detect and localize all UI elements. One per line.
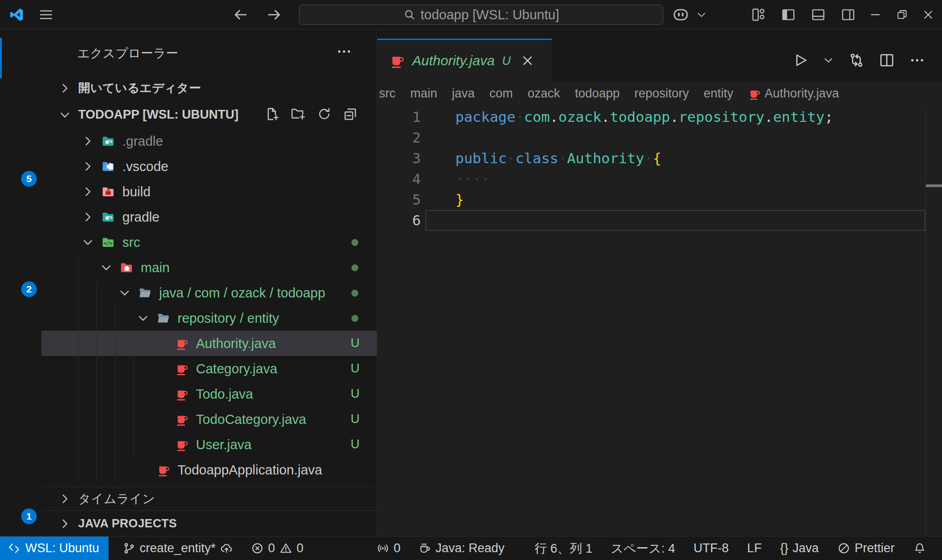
tree-item-main[interactable]: main [41, 255, 377, 280]
close-button[interactable] [922, 8, 935, 21]
project-root-row[interactable]: TODOAPP [WSL: UBUNTU] [41, 101, 377, 128]
status-java-status[interactable]: Java: Ready [414, 537, 508, 560]
tree-item-src[interactable]: </>src [41, 229, 377, 255]
activity-bar-item-run-debug[interactable] [0, 195, 41, 250]
git-modified-dot [351, 239, 358, 246]
menu-icon[interactable] [38, 6, 54, 23]
tab-authority-java[interactable]: Authority.java U [377, 39, 552, 81]
status-eol[interactable]: LF [743, 537, 765, 560]
status-problems[interactable]: 00 [247, 537, 307, 560]
code-line-5[interactable]: 5} [377, 189, 942, 210]
history-forward-button[interactable] [266, 6, 282, 23]
editor-more-actions[interactable] [909, 52, 925, 69]
run-dropdown-chevron-icon[interactable] [822, 54, 834, 66]
breadcrumb-item[interactable]: Authority.java [748, 86, 839, 101]
breadcrumb-item[interactable]: com [489, 86, 513, 101]
breadcrumb-item[interactable]: main [410, 86, 437, 101]
status-ports[interactable]: 0 [373, 537, 404, 560]
collapse-all-button[interactable] [343, 106, 358, 122]
tree-item-todoappapplication.java[interactable]: TodoappApplication.java [41, 457, 377, 482]
status-remote-indicator[interactable]: WSL: Ubuntu [0, 537, 109, 560]
open-editors-section[interactable]: 開いているエディター [41, 75, 377, 101]
chevron-down-icon [118, 286, 132, 300]
copilot-icon[interactable] [672, 6, 690, 24]
minimize-button[interactable] [868, 8, 882, 22]
breadcrumb-separator-icon [439, 88, 450, 99]
customize-layout-button[interactable] [751, 7, 766, 23]
chevron-down-icon[interactable] [695, 9, 707, 21]
tree-item-todo.java[interactable]: Todo.javaU [41, 381, 377, 406]
tree-item-user.java[interactable]: User.javaU [41, 432, 377, 457]
breadcrumb-item[interactable]: java [452, 86, 475, 101]
indent-guide [133, 406, 134, 432]
breadcrumb-item[interactable]: src [379, 86, 396, 101]
status-text: Java [793, 541, 819, 555]
folder-main-icon [120, 261, 133, 274]
breadcrumb-item[interactable]: entity [704, 86, 734, 101]
activity-bar-item-source-control[interactable]: 5 [0, 140, 41, 195]
code-text: public·class·Authority·{ [421, 148, 661, 169]
activity-bar-item-extensions[interactable]: 2 [0, 250, 41, 305]
status-cursor-position[interactable]: 行 6、列 1 [531, 537, 596, 560]
new-file-button[interactable] [264, 106, 280, 122]
activity-bar-item-more-actions[interactable] [0, 305, 41, 360]
indent-guide [133, 356, 134, 381]
code-line-2[interactable]: 2 [377, 127, 942, 148]
tree-item-.gradle[interactable]: .gradle [41, 128, 377, 154]
editor-actions [792, 39, 925, 81]
activity-bar-item-accounts[interactable] [0, 429, 41, 481]
status-text: 0 [297, 541, 304, 555]
tree-item-build[interactable]: build [41, 179, 377, 204]
timeline-section[interactable]: タイムライン [41, 486, 377, 510]
tree-item-java-com-ozack-todoapp[interactable]: java / com / ozack / todoapp [41, 280, 377, 305]
tree-item-repository-entity[interactable]: repository / entity [41, 305, 377, 331]
history-back-button[interactable] [232, 6, 249, 23]
status-encoding[interactable]: UTF-8 [690, 537, 733, 560]
refresh-button[interactable] [316, 106, 332, 122]
tab-close-icon[interactable] [521, 54, 534, 68]
chevron-right-icon [58, 81, 72, 95]
activity-bar-item-settings[interactable]: 1 [0, 481, 41, 532]
branch-icon [122, 542, 136, 555]
java-projects-section[interactable]: JAVA PROJECTS [41, 510, 377, 536]
tree-item-category.java[interactable]: Category.javaU [41, 356, 377, 381]
activity-bar-item-search[interactable] [0, 85, 41, 140]
tree-item-todocategory.java[interactable]: TodoCategory.javaU [41, 406, 377, 432]
status-text: create_entity* [140, 541, 216, 555]
breadcrumb-item[interactable]: todoapp [575, 86, 620, 101]
status-formatter[interactable]: Prettier [833, 537, 898, 560]
breadcrumb-label: com [489, 86, 513, 101]
indent-guide [115, 457, 115, 482]
restore-button[interactable] [896, 9, 908, 21]
breadcrumb-item[interactable]: repository [634, 86, 689, 101]
status-language[interactable]: {}Java [776, 537, 822, 560]
code-line-1[interactable]: 1package·com.ozack.todoapp.repository.en… [377, 107, 942, 127]
sidebar-more-actions[interactable] [336, 43, 352, 60]
status-notifications[interactable] [909, 537, 930, 560]
toggle-secondary-sidebar-button[interactable] [840, 7, 856, 23]
run-button[interactable] [792, 52, 809, 69]
breadcrumb-separator-icon [621, 88, 632, 99]
status-git-branch[interactable]: create_entity* [119, 537, 237, 560]
indent-guide [115, 406, 115, 432]
breadcrumb-item[interactable]: ozack [528, 86, 560, 101]
status-indentation[interactable]: スペース: 4 [607, 537, 679, 560]
tree-item-gradle[interactable]: gradle [41, 204, 377, 229]
split-editor-button[interactable] [879, 52, 895, 69]
new-folder-button[interactable] [290, 106, 306, 122]
command-center-search[interactable]: todoapp [WSL: Ubuntu] [299, 5, 663, 25]
timeline-label: タイムライン [78, 491, 155, 507]
bell-icon [913, 542, 926, 555]
toggle-panel-button[interactable] [810, 7, 826, 23]
compare-changes-button[interactable] [848, 52, 865, 69]
toggle-sidebar-button[interactable] [781, 7, 796, 23]
tree-item-.vscode[interactable]: .vscode [41, 154, 377, 179]
activity-bar-item-explorer[interactable] [0, 29, 41, 85]
chevron-down-icon [58, 108, 72, 122]
code-editor[interactable]: 1package·com.ozack.todoapp.repository.en… [377, 106, 942, 536]
code-line-4[interactable]: 4···· [377, 169, 942, 189]
folder-open-icon [138, 286, 152, 300]
code-line-3[interactable]: 3public·class·Authority·{ [377, 148, 942, 169]
search-icon [10, 101, 32, 123]
tree-item-authority.java[interactable]: Authority.javaU [41, 331, 377, 356]
